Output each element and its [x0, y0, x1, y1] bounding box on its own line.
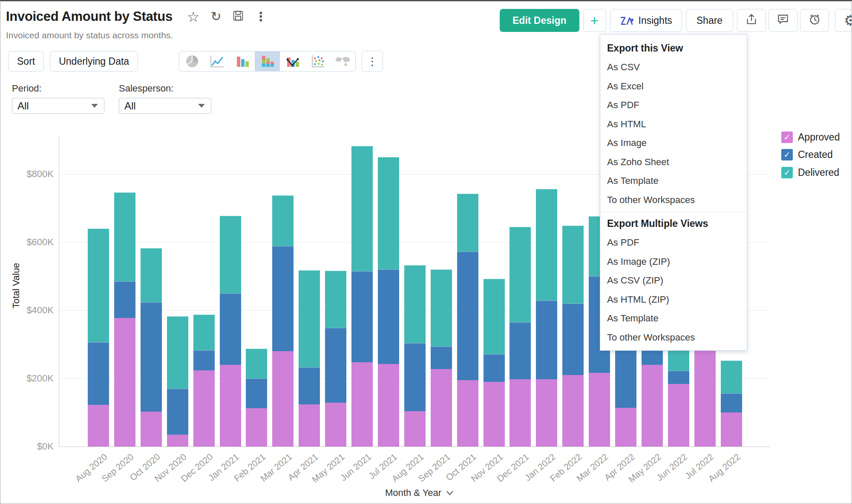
export-menu-item[interactable]: As Template [600, 172, 747, 191]
bar-segment-approved[interactable] [404, 411, 426, 447]
bar-segment-approved[interactable] [536, 379, 557, 447]
bar-segment-approved[interactable] [615, 408, 636, 447]
bar-segment-approved[interactable] [299, 404, 320, 447]
bar-segment-delivered[interactable] [299, 270, 320, 367]
bar-segment-created[interactable] [246, 378, 267, 408]
bar-segment-approved[interactable] [220, 365, 241, 447]
bar-segment-approved[interactable] [193, 370, 215, 447]
bar-segment-approved[interactable] [272, 351, 294, 447]
export-menu-item[interactable]: To other Workspaces [600, 328, 747, 347]
bar-segment-created[interactable] [404, 343, 426, 411]
bar-segment-created[interactable] [378, 269, 399, 364]
bar-segment-created[interactable] [536, 301, 557, 380]
menu-separator [600, 212, 747, 212]
bar-segment-approved[interactable] [562, 375, 584, 447]
bar-segment-created[interactable] [272, 246, 294, 351]
bar-segment-created[interactable] [484, 354, 505, 382]
bar-segment-delivered[interactable] [351, 146, 373, 271]
bar-segment-created[interactable] [193, 350, 215, 370]
bar-segment-approved[interactable] [351, 362, 373, 447]
bar-segment-approved[interactable] [721, 412, 742, 447]
export-menu-item[interactable]: As PDF [600, 233, 747, 252]
bar-segment-delivered[interactable] [88, 229, 109, 342]
bar-segment-created[interactable] [299, 367, 320, 404]
legend-checkbox-icon[interactable]: ✓ [781, 149, 793, 160]
bar-segment-created[interactable] [457, 252, 478, 380]
bar-segment-created[interactable] [220, 293, 241, 365]
bar-segment-created[interactable] [668, 371, 689, 384]
bar-segment-delivered[interactable] [272, 195, 294, 246]
x-axis-line [59, 447, 770, 447]
bar-segment-approved[interactable] [509, 379, 531, 447]
bar-segment-created[interactable] [562, 304, 584, 375]
bar-segment-approved[interactable] [325, 403, 346, 447]
chart-legend: ✓Approved✓Created✓Delivered [781, 131, 849, 182]
export-menu: Export this ViewAs CSVAs ExcelAs PDFAs H… [600, 34, 747, 351]
chevron-down-icon [446, 490, 454, 496]
bar-segment-created[interactable] [431, 346, 452, 369]
y-tick-label: $200K [5, 373, 54, 384]
export-menu-item[interactable]: As Excel [600, 77, 747, 96]
export-menu-item[interactable]: As Zoho Sheet [600, 153, 747, 172]
bar-segment-created[interactable] [509, 322, 531, 379]
bar-segment-created[interactable] [325, 328, 346, 403]
export-menu-item[interactable]: As CSV [600, 58, 747, 77]
bar-segment-approved[interactable] [431, 369, 452, 447]
export-menu-item[interactable]: As HTML [600, 115, 747, 134]
bar-segment-delivered[interactable] [167, 316, 188, 389]
bar-segment-created[interactable] [615, 344, 636, 408]
y-axis-line [59, 136, 59, 447]
y-tick-label: $0K [5, 441, 54, 452]
bar-segment-created[interactable] [141, 302, 162, 412]
legend-label: Delivered [798, 167, 839, 178]
bar-segment-delivered[interactable] [536, 189, 557, 301]
bar-segment-approved[interactable] [114, 318, 135, 447]
export-menu-item[interactable]: As Image (ZIP) [600, 252, 747, 272]
bar-segment-delivered[interactable] [404, 265, 426, 343]
export-menu-item[interactable]: To other Workspaces [600, 191, 747, 210]
bar-segment-approved[interactable] [457, 380, 478, 447]
bar-segment-approved[interactable] [141, 412, 162, 447]
bar-segment-approved[interactable] [378, 364, 399, 447]
export-menu-item[interactable]: As HTML (ZIP) [600, 290, 747, 309]
bar-segment-delivered[interactable] [246, 349, 267, 378]
bar-segment-approved[interactable] [88, 405, 109, 447]
bar-segment-delivered[interactable] [721, 361, 742, 393]
bar-segment-approved[interactable] [589, 373, 610, 447]
bar-segment-approved[interactable] [484, 382, 505, 447]
bar-segment-delivered[interactable] [193, 315, 215, 351]
bar-segment-delivered[interactable] [141, 248, 162, 302]
export-menu-item[interactable]: As CSV (ZIP) [600, 271, 747, 290]
bar-segment-created[interactable] [351, 271, 373, 362]
bar-segment-delivered[interactable] [378, 157, 399, 269]
bar-segment-delivered[interactable] [431, 269, 452, 346]
export-menu-item[interactable]: As Image [600, 134, 747, 153]
bar-segment-approved[interactable] [694, 349, 716, 447]
legend-checkbox-icon[interactable]: ✓ [781, 132, 793, 143]
legend-item-approved[interactable]: ✓Approved [781, 131, 840, 143]
export-menu-item[interactable]: As PDF [600, 96, 747, 115]
x-axis-title-control[interactable]: Month & Year [385, 487, 454, 498]
bar-segment-created[interactable] [167, 389, 188, 435]
zoho-analytics-view: Invoiced Amount by Status ☆ ↻ ⋮ Invoiced… [0, 0, 852, 504]
legend-item-delivered[interactable]: ✓Delivered [781, 166, 839, 178]
bar-segment-delivered[interactable] [457, 194, 478, 252]
bar-segment-approved[interactable] [668, 384, 689, 447]
bar-segment-delivered[interactable] [114, 192, 135, 281]
bar-segment-created[interactable] [88, 342, 109, 404]
y-tick-label: $800K [5, 169, 54, 180]
bar-segment-delivered[interactable] [220, 216, 241, 293]
bar-segment-approved[interactable] [642, 365, 663, 447]
legend-label: Approved [798, 132, 840, 143]
bar-segment-approved[interactable] [246, 408, 267, 447]
legend-checkbox-icon[interactable]: ✓ [781, 167, 793, 178]
bar-segment-created[interactable] [114, 281, 135, 318]
bar-segment-delivered[interactable] [562, 226, 584, 304]
bar-segment-delivered[interactable] [509, 227, 531, 322]
bar-segment-created[interactable] [721, 393, 742, 412]
export-menu-item[interactable]: As Template [600, 309, 747, 328]
legend-item-created[interactable]: ✓Created [781, 149, 833, 161]
bar-segment-delivered[interactable] [484, 279, 505, 354]
bar-segment-approved[interactable] [167, 435, 188, 447]
bar-segment-delivered[interactable] [325, 271, 346, 328]
